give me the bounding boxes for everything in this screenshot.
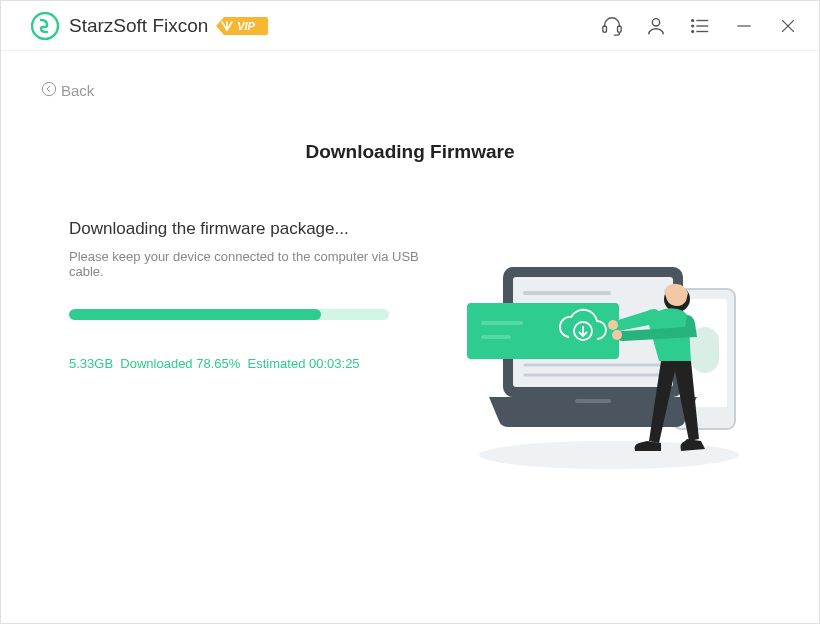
downloaded-pct: 78.65% [196,356,240,371]
minimize-icon[interactable] [733,15,755,37]
support-icon[interactable] [601,15,623,37]
account-icon[interactable] [645,15,667,37]
page-title: Downloading Firmware [41,141,779,163]
titlebar-controls [601,15,799,37]
svg-point-32 [608,320,618,330]
back-button[interactable]: Back [41,81,94,100]
downloaded-label: Downloaded [120,356,192,371]
svg-text:VIP: VIP [238,20,256,32]
svg-rect-2 [603,26,607,32]
download-section: Downloading the firmware package... Plea… [41,219,421,371]
download-stats: 5.33GB Downloaded 78.65% Estimated 00:03… [69,356,421,371]
svg-point-5 [692,19,694,21]
svg-point-9 [692,30,694,32]
svg-point-7 [692,25,694,27]
menu-icon[interactable] [689,15,711,37]
svg-rect-24 [575,399,611,403]
svg-point-14 [42,82,55,95]
estimated-label: Estimated [248,356,306,371]
content-area: Back Downloading Firmware Downloading th… [1,51,819,623]
svg-point-31 [612,330,622,340]
close-icon[interactable] [777,15,799,37]
vip-badge-icon: VIP [216,15,268,37]
size-value: 5.33GB [69,356,113,371]
svg-rect-25 [467,303,619,359]
estimated-time: 00:03:25 [309,356,360,371]
app-logo-icon [31,12,59,40]
progress-fill [69,309,321,320]
download-heading: Downloading the firmware package... [69,219,421,239]
app-title: StarzSoft Fixcon [69,15,208,37]
back-label: Back [61,82,94,99]
titlebar: StarzSoft Fixcon VIP [1,1,819,51]
chevron-left-icon [41,81,57,100]
svg-rect-3 [618,26,622,32]
svg-point-4 [652,18,659,25]
download-subtext: Please keep your device connected to the… [69,249,421,279]
progress-bar [69,309,389,320]
illustration-icon [459,241,759,471]
